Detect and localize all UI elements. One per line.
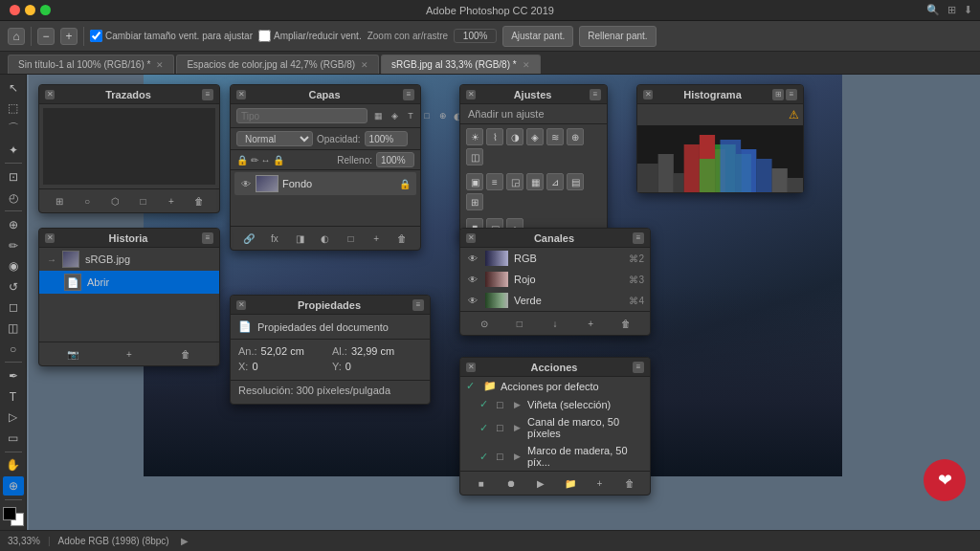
home-button[interactable]: ⌂ (8, 28, 25, 45)
canales-select-btn[interactable]: □ (512, 316, 527, 331)
tool-eyedropper[interactable]: ◴ (3, 188, 24, 208)
canales-panel-header[interactable]: ✕ Canales ≡ (460, 229, 650, 248)
capas-new-btn[interactable]: + (368, 231, 384, 246)
acciones-stop-btn[interactable]: ■ (474, 475, 489, 491)
tool-path-select[interactable]: ▷ (3, 408, 24, 427)
fit-screen-button[interactable]: Ajustar pant. (502, 26, 573, 47)
ajust-photfilter[interactable]: ▣ (466, 173, 483, 190)
tool-gradient[interactable]: ◫ (3, 319, 24, 338)
channel-green[interactable]: 👁 Verde ⌘4 (460, 290, 650, 311)
action-row-2[interactable]: ✓ □ ▶ Canal de marco, 50 píxeles (460, 413, 650, 442)
histograma-menu[interactable]: ≡ (786, 89, 797, 100)
acciones-new-btn[interactable]: + (592, 475, 608, 491)
ajust-exposure[interactable]: ◑ (506, 128, 523, 145)
capas-delete-btn[interactable]: 🗑 (394, 231, 410, 246)
zoom-toggle-label[interactable]: Ampliar/reducir vent. (258, 30, 362, 42)
historia-close[interactable]: ✕ (45, 233, 55, 243)
trazados-menu[interactable]: ≡ (202, 89, 213, 100)
trazados-btn-2[interactable]: ○ (79, 193, 95, 209)
historia-snapshot-btn[interactable]: 📷 (65, 346, 80, 362)
layer-eye-icon[interactable]: 👁 (240, 178, 252, 189)
trazados-panel-header[interactable]: ✕ Trazados ≡ (39, 85, 219, 104)
acciones-play-btn[interactable]: ▶ (533, 475, 548, 491)
trazados-btn-4[interactable]: □ (136, 193, 151, 209)
action-row-1[interactable]: ✓ □ ▶ Viñeta (selección) (460, 395, 650, 413)
tool-history-brush[interactable]: ↺ (3, 277, 24, 297)
ajust-gradient-map[interactable]: ▤ (567, 173, 584, 190)
history-item-1[interactable]: 📄 Abrir (39, 271, 219, 294)
ajustes-panel-header[interactable]: ✕ Ajustes ≡ (460, 85, 607, 104)
capas-link-btn[interactable]: 🔗 (241, 231, 256, 246)
acciones-menu[interactable]: ≡ (633, 362, 644, 373)
canales-save-btn[interactable]: ↓ (547, 316, 563, 331)
tool-shape[interactable]: ▭ (3, 429, 24, 448)
propiedades-panel-header[interactable]: ✕ Propiedades ≡ (231, 296, 430, 315)
tab-1-close[interactable]: ✕ (361, 60, 368, 70)
ajustes-menu[interactable]: ≡ (590, 89, 601, 100)
close-button[interactable] (10, 5, 20, 15)
capas-adjust-btn[interactable]: ◐ (318, 231, 333, 246)
layer-row-fondo[interactable]: 👁 Fondo 🔒 (234, 172, 416, 195)
zoom-in-button[interactable]: + (60, 28, 78, 45)
acciones-panel-header[interactable]: ✕ Acciones ≡ (460, 358, 650, 377)
minimize-button[interactable] (25, 5, 35, 15)
canales-new-btn[interactable]: + (583, 316, 598, 331)
tab-0[interactable]: Sin título-1 al 100% (RGB/16) * ✕ (8, 55, 174, 74)
ajust-vibrance[interactable]: ◈ (526, 128, 544, 145)
historia-new-btn[interactable]: + (122, 346, 137, 362)
channel-rgb-eye[interactable]: 👁 (466, 253, 479, 264)
tool-zoom[interactable]: ⊕ (3, 476, 24, 496)
zoom-toggle-checkbox[interactable] (258, 30, 271, 42)
canales-delete-btn[interactable]: 🗑 (618, 316, 634, 331)
tab-2[interactable]: sRGB.jpg al 33,3% (RGB/8) * ✕ (381, 55, 541, 74)
ajustes-close[interactable]: ✕ (466, 90, 476, 99)
capas-search-input[interactable] (236, 108, 368, 123)
acciones-record-btn[interactable]: ⏺ (503, 475, 519, 491)
fill-screen-button[interactable]: Rellenar pant. (579, 26, 656, 47)
trazados-btn-6[interactable]: 🗑 (191, 193, 207, 209)
action-row-0[interactable]: ✓ 📁 Acciones por defecto (460, 377, 650, 395)
tab-2-close[interactable]: ✕ (523, 60, 530, 70)
fill-input[interactable] (376, 152, 414, 167)
capas-fx-btn[interactable]: fx (267, 231, 282, 246)
ajust-curves[interactable]: ⌇ (486, 128, 503, 145)
tool-move[interactable]: ↖ (3, 78, 24, 98)
foreground-color[interactable] (3, 507, 16, 520)
ajust-bw[interactable]: ◫ (466, 148, 483, 165)
tool-dodge[interactable]: ○ (3, 340, 24, 359)
canales-close[interactable]: ✕ (466, 233, 476, 243)
acciones-close[interactable]: ✕ (466, 363, 476, 372)
tool-text[interactable]: T (3, 387, 24, 407)
tool-eraser[interactable]: ◻ (3, 298, 24, 318)
ajust-channel[interactable]: ≡ (486, 173, 503, 190)
acciones-delete-btn[interactable]: 🗑 (622, 475, 637, 491)
capas-mask-btn[interactable]: ◨ (292, 231, 307, 246)
channel-green-eye[interactable]: 👁 (466, 296, 479, 306)
tool-pen[interactable]: ✒ (3, 366, 24, 386)
historia-menu[interactable]: ≡ (202, 232, 213, 244)
ajust-colorbalance[interactable]: ⊕ (567, 128, 584, 145)
tool-crop[interactable]: ⊡ (3, 167, 24, 187)
filter-smart-icon[interactable]: ⊕ (436, 109, 450, 122)
propiedades-close[interactable]: ✕ (236, 300, 246, 310)
fit-checkbox[interactable] (90, 30, 102, 42)
tab-0-close[interactable]: ✕ (156, 60, 164, 70)
capas-menu[interactable]: ≡ (403, 89, 414, 100)
ajust-selective[interactable]: ⊞ (466, 193, 483, 210)
historia-delete-btn[interactable]: 🗑 (178, 346, 193, 362)
window-icon[interactable]: ⊞ (947, 4, 956, 16)
tool-colors[interactable] (3, 507, 24, 526)
capas-close[interactable]: ✕ (236, 90, 246, 99)
trazados-btn-5[interactable]: + (164, 193, 179, 209)
maximize-button[interactable] (40, 5, 51, 15)
status-arrow[interactable]: ▶ (181, 536, 189, 546)
ajust-hsl[interactable]: ≋ (546, 128, 564, 145)
tool-wand[interactable]: ✦ (3, 141, 24, 160)
tool-stamp[interactable]: ◉ (3, 256, 24, 276)
tool-hand[interactable]: ✋ (3, 455, 24, 474)
channel-red-eye[interactable]: 👁 (466, 275, 479, 285)
filter-shape-icon[interactable]: □ (420, 109, 434, 122)
tool-lasso[interactable]: ⌒ (3, 120, 24, 139)
search-icon[interactable]: 🔍 (926, 4, 940, 16)
channel-rgb[interactable]: 👁 RGB ⌘2 (460, 248, 650, 269)
